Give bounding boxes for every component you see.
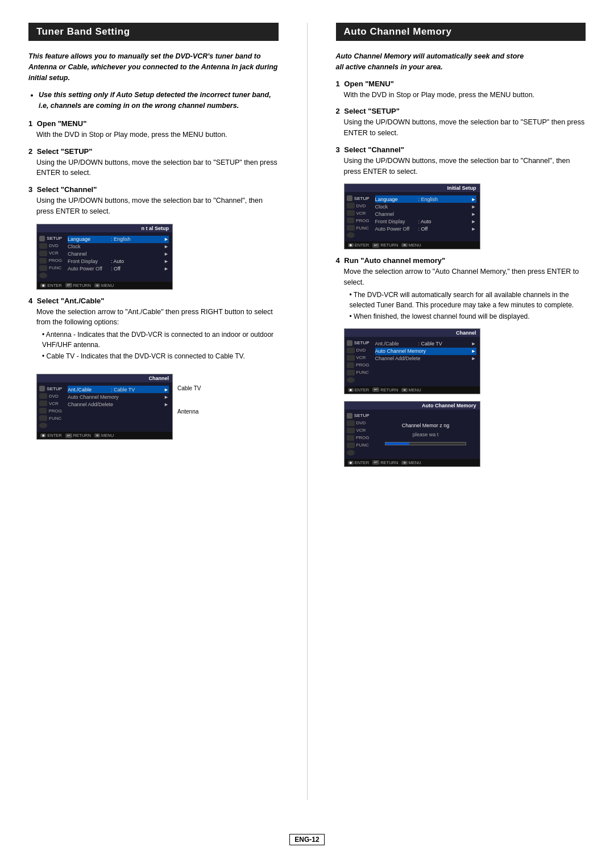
r3-sidebar-prog: PROG xyxy=(347,435,370,441)
r2-prog-icon xyxy=(347,362,354,368)
r-sidebar-func: FUNC xyxy=(347,225,370,231)
right-screen-2-footer: ■ ENTER ↩ RETURN ≡ MENU xyxy=(345,386,480,394)
left-step-1-title: Open "MENU" xyxy=(37,119,86,128)
sidebar-vcr: VCR xyxy=(39,251,62,256)
r2-sidebar-prog: PROG xyxy=(347,362,370,368)
left-screen-1-body: SETUP DVD VCR PROG xyxy=(37,232,172,282)
right-screen-1-content: Language : English ► Clock ► Channel ► xyxy=(372,194,480,239)
right-step-3: 3 Select "Channel" Using the UP/DOWN but… xyxy=(336,145,586,177)
right-step-4-body: Move the selection arrow to "Auto Channe… xyxy=(344,266,586,322)
content-columns: Tuner Band Setting This feature allows y… xyxy=(28,23,586,800)
func-icon-2 xyxy=(39,415,47,421)
right-screen-3-footer: ■ ENTER ↩ RETURN ≡ MENU xyxy=(345,459,480,466)
func-icon xyxy=(39,265,47,271)
sidebar-dvd: DVD xyxy=(39,243,62,249)
r-sidebar-dvd: DVD xyxy=(347,203,370,208)
right-intro: Auto Channel Memory will automatically s… xyxy=(336,51,586,73)
left-screen-1: n t al Setup SETUP DVD VCR xyxy=(36,224,173,290)
left-step-4-title: Select "Ant./Cable" xyxy=(37,297,105,305)
r3-vcr-icon xyxy=(347,428,355,433)
right-screen-1: Initial Setup SETUP DVD VCR xyxy=(344,183,480,249)
left-step-3-title: Select "Channel" xyxy=(37,185,97,194)
right-screen-2: Channel SETUP DVD VCR xyxy=(344,328,480,394)
right-screen-2-sidebar: SETUP DVD VCR PROG xyxy=(345,339,372,384)
page: Tuner Band Setting This feature allows y… xyxy=(0,0,614,868)
right-step-2-num: 2 xyxy=(336,107,340,115)
r2-func-icon xyxy=(347,370,355,375)
progress-bar xyxy=(385,443,409,445)
left-screen-1-content: Language : English ► Clock ► Channel ► xyxy=(64,235,172,279)
r3-sidebar-vcr: VCR xyxy=(347,428,370,433)
r-sidebar-vcr: VCR xyxy=(347,210,370,216)
dvd-icon-2 xyxy=(39,393,47,399)
channel-memory-msg1: Channel Memor z ng xyxy=(402,423,450,428)
r2-disc-icon xyxy=(347,377,355,383)
r-dvd-icon xyxy=(347,203,355,208)
r-menu-row-autopoweroff: Auto Power Off : Off ► xyxy=(375,225,476,232)
left-bullet-list: Use this setting only if Auto Setup dete… xyxy=(39,90,279,111)
r3-func-icon xyxy=(347,443,355,448)
right-column: Auto Channel Memory Auto Channel Memory … xyxy=(336,23,586,800)
r2-sidebar-dvd: DVD xyxy=(347,348,370,353)
left-step-2-body: Using the UP/DOWN buttons, move the sele… xyxy=(36,157,279,179)
right-step-4-sub: • The DVD-VCR will automatically search … xyxy=(350,290,586,322)
r-prog-icon xyxy=(347,218,354,223)
prog-icon xyxy=(39,258,47,264)
right-screen-1-footer: ■ ENTER ↩ RETURN ≡ MENU xyxy=(345,241,480,249)
right-step-4-title: Run "Auto channel memory" xyxy=(344,256,445,265)
menu-row-channel: Channel ► xyxy=(68,251,169,258)
setup-icon-2 xyxy=(39,386,45,391)
page-bottom: ENG-12 xyxy=(28,817,586,845)
left-section-header: Tuner Band Setting xyxy=(28,23,279,41)
sidebar-disc xyxy=(39,273,62,278)
menu-row-language: Language : English ► xyxy=(68,236,169,243)
r2-sidebar-disc xyxy=(347,377,370,383)
r2-vcr-icon xyxy=(347,355,355,361)
left-step-1-num: 1 xyxy=(28,119,32,128)
right-section-header: Auto Channel Memory xyxy=(336,23,586,41)
r3-dvd-icon xyxy=(347,420,355,426)
menu-row-antcable: Ant./Cable : Cable TV ► xyxy=(68,386,169,393)
left-step-4-num: 4 xyxy=(28,297,32,305)
right-screen-1-body: SETUP DVD VCR PROG xyxy=(345,192,480,241)
right-screen-3-content: Channel Memor z ng please wa t xyxy=(372,412,480,457)
sidebar-func-2: FUNC xyxy=(39,415,62,421)
left-screen-2-sidebar: SETUP DVD VCR xyxy=(37,385,64,429)
sidebar-vcr-2: VCR xyxy=(39,400,62,406)
vcr-icon xyxy=(39,251,47,256)
r2-sidebar-vcr: VCR xyxy=(347,355,370,361)
left-screen-2-content: Ant./Cable : Cable TV ► Auto Channel Mem… xyxy=(64,385,172,429)
sidebar-dvd-2: DVD xyxy=(39,393,62,399)
r3-sidebar-setup: SETUP xyxy=(347,413,370,419)
r3-disc-icon xyxy=(347,450,355,456)
r3-prog-icon xyxy=(347,435,354,441)
left-bullet-item: Use this setting only if Auto Setup dete… xyxy=(39,90,279,111)
left-screen-2-label: Cable TV Antenna xyxy=(177,368,201,415)
menu-row-autopoweroff: Auto Power Off : Off ► xyxy=(68,265,169,273)
left-step-1: 1 Open "MENU" With the DVD in Stop or Pl… xyxy=(28,119,279,140)
r2-menu-row-antcable: Ant./Cable : Cable TV ► xyxy=(375,340,476,348)
right-step-1: 1 Open "MENU" With the DVD in Stop or Pl… xyxy=(336,80,586,101)
left-screen-1-sidebar: SETUP DVD VCR PROG xyxy=(37,235,64,279)
left-step-2-title: Select "SETUP" xyxy=(37,147,93,156)
r-sidebar-setup: SETUP xyxy=(347,195,370,201)
sidebar-disc-2 xyxy=(39,423,62,428)
menu-row-frontdisplay: Front Display : Auto ► xyxy=(68,258,169,265)
right-screen-1-sidebar: SETUP DVD VCR PROG xyxy=(345,194,372,239)
disc-icon xyxy=(39,273,47,278)
right-step-1-title: Open "MENU" xyxy=(344,80,393,88)
left-screen-2: Channel SETUP DVD xyxy=(36,374,173,440)
menu-row-clock: Clock ► xyxy=(68,243,169,251)
r-menu-row-channel: Channel ► xyxy=(375,210,476,218)
left-step-4: 4 Select "Ant./Cable" Move the selection… xyxy=(28,297,279,362)
left-step-3-num: 3 xyxy=(28,185,32,194)
left-step-1-body: With the DVD in Stop or Play mode, press… xyxy=(36,130,279,140)
r2-setup-icon xyxy=(347,340,352,346)
right-step-3-num: 3 xyxy=(336,145,340,154)
left-step-3: 3 Select "Channel" Using the UP/DOWN but… xyxy=(28,185,279,217)
left-step-2-num: 2 xyxy=(28,147,32,156)
right-step-3-title: Select "Channel" xyxy=(344,145,404,154)
sidebar-setup: SETUP xyxy=(39,236,62,241)
left-step-4-sub: • Antenna - Indicates that the DVD-VCR i… xyxy=(42,329,279,361)
sidebar-setup-2: SETUP xyxy=(39,386,62,391)
